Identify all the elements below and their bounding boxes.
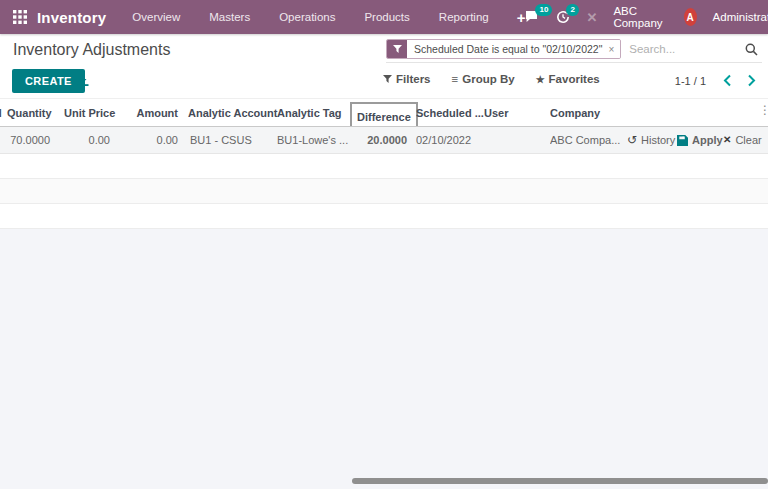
cell-unit-price[interactable]: 0.00 [60,134,110,146]
cell-quantity[interactable]: 70.0000 [0,134,50,146]
user-menu[interactable]: Administrator [713,11,768,23]
search-input[interactable] [621,43,745,55]
cell-amount[interactable]: 0.00 [118,134,178,146]
clear-icon: ✕ [723,135,731,145]
col-header-scheduled-date[interactable]: Scheduled ... [416,107,484,119]
menu-reporting[interactable]: Reporting [439,11,489,23]
pager-counter: 1-1 / 1 [675,75,706,87]
pager-next-icon[interactable] [747,74,756,87]
control-panel: CREATE Filters ≡ Group By ★ Favorites 1-… [0,65,768,98]
col-header-amount[interactable]: Amount [118,107,178,119]
filters-button[interactable]: Filters [383,73,431,85]
search-options: Filters ≡ Group By ★ Favorites [383,73,600,85]
col-header-analytic-tag[interactable]: Analytic Tag [277,107,355,119]
col-header-company[interactable]: Company [550,107,622,119]
top-navbar: Inventory Overview Masters Operations Pr… [0,0,768,34]
menu-products[interactable]: Products [364,11,409,23]
cell-difference[interactable]: 20.0000 [350,134,407,146]
pager-previous-icon[interactable] [723,74,732,87]
inventory-app-screen: Inventory Overview Masters Operations Pr… [0,0,768,489]
cell-scheduled-date[interactable]: 02/10/2022 [416,134,484,146]
messages-badge: 10 [535,4,552,16]
filters-funnel-icon [383,75,392,84]
search-icon[interactable] [745,43,758,56]
topbar-right: 10 2 ✕ ABC Company A Administrator [525,5,768,29]
clipped-column-fragment: d [0,107,2,119]
group-by-button[interactable]: ≡ Group By [452,73,515,85]
col-header-user[interactable]: User [484,107,524,119]
activities-icon[interactable]: 2 [556,10,570,24]
disconnect-icon[interactable]: ✕ [586,10,597,25]
cell-company[interactable]: ABC Compa... [550,134,622,146]
list-header-row: d Quantity Unit Price Amount Analytic Ac… [0,98,768,127]
history-icon: ↺ [627,134,637,146]
cell-analytic-tag[interactable]: BU1-Lowe's ... [277,134,355,146]
favorites-star-icon: ★ [536,74,545,85]
user-avatar[interactable]: A [684,8,697,26]
col-header-difference[interactable]: Difference [350,102,418,127]
page-title: Inventory Adjustments [13,41,170,59]
search-facet: Scheduled Date is equal to "02/10/2022" … [386,39,621,59]
menu-operations[interactable]: Operations [279,11,335,23]
search-bar: Scheduled Date is equal to "02/10/2022" … [386,36,762,63]
messages-icon[interactable]: 10 [525,10,540,24]
save-icon [677,135,688,146]
empty-row [0,204,768,229]
top-menu: Overview Masters Operations Products Rep… [132,11,488,23]
apps-grid-icon[interactable] [13,10,27,24]
breadcrumb-row: Inventory Adjustments Scheduled Date is … [0,34,768,65]
facet-remove-icon[interactable]: × [607,40,620,58]
create-button[interactable]: CREATE [12,69,85,93]
col-header-analytic-account[interactable]: Analytic Account [188,107,280,119]
empty-row [0,154,768,179]
company-switcher[interactable]: ABC Company [613,5,667,29]
app-title[interactable]: Inventory [37,9,106,26]
clear-button[interactable]: ✕ Clear [723,134,762,146]
col-header-quantity[interactable]: Quantity [7,107,52,119]
cell-analytic-account[interactable]: BU1 - CSUS [190,134,282,146]
list-view: d Quantity Unit Price Amount Analytic Ac… [0,98,768,229]
activities-badge: 2 [566,4,578,16]
menu-masters[interactable]: Masters [209,11,250,23]
history-button[interactable]: ↺ History [627,134,675,146]
facet-label: Scheduled Date is equal to "02/10/2022" [407,40,607,58]
apply-button[interactable]: Apply [677,134,723,146]
col-header-unit-price[interactable]: Unit Price [64,107,115,119]
empty-row [0,179,768,204]
filter-funnel-icon [387,40,407,58]
optional-columns-toggle[interactable]: ⋮ [759,103,768,117]
favorites-button[interactable]: ★ Favorites [536,73,600,85]
export-download-icon[interactable] [76,73,90,87]
menu-overview[interactable]: Overview [132,11,180,23]
horizontal-scrollbar-thumb[interactable] [352,478,768,484]
plus-button[interactable]: + [517,9,526,26]
table-row[interactable]: 70.0000 0.00 0.00 BU1 - CSUS BU1-Lowe's … [0,127,768,154]
group-by-icon: ≡ [452,73,459,85]
